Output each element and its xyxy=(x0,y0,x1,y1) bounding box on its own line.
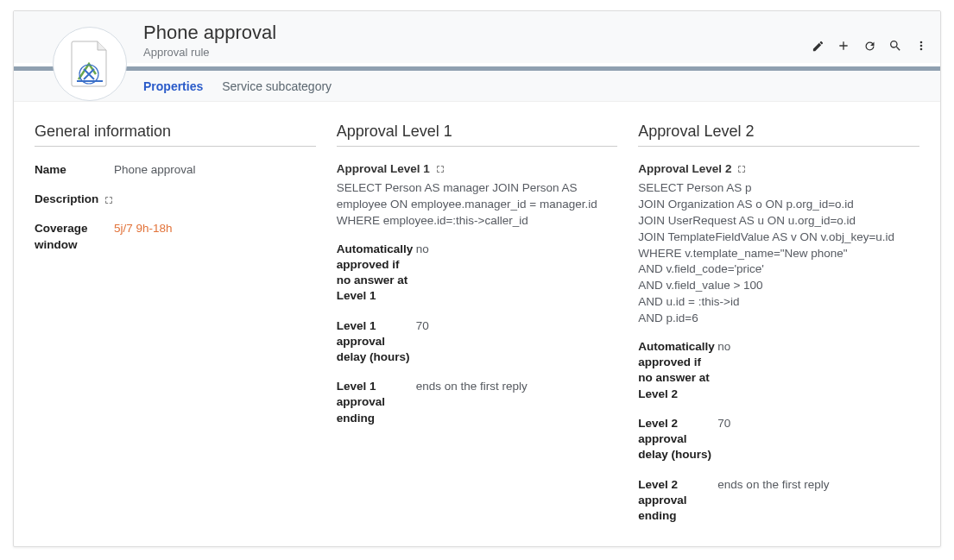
field-level1-delay: Level 1 approval delay (hours) 70 xyxy=(337,318,618,366)
level1-query: SELECT Person AS manager JOIN Person AS … xyxy=(337,180,618,230)
object-icon-avatar xyxy=(53,27,127,101)
label-level2-ending: Level 2 approval ending xyxy=(638,477,717,525)
label-level1-auto: Automatically approved if no answer at L… xyxy=(337,242,416,305)
value-level1-ending: ends on the first reply xyxy=(416,379,618,394)
label-coverage: Coverage window xyxy=(35,221,114,252)
edit-button[interactable] xyxy=(811,39,824,53)
field-level2-auto: Automatically approved if no answer at L… xyxy=(638,339,919,402)
page-title: Phone approval xyxy=(143,22,923,44)
toolbar xyxy=(811,39,928,53)
value-level1-auto: no xyxy=(416,242,618,257)
section-heading-level1: Approval Level 1 xyxy=(337,123,618,147)
section-heading-level2: Approval Level 2 xyxy=(638,123,919,147)
search-icon xyxy=(888,39,902,53)
content-area: General information Name Phone approval … xyxy=(14,102,940,547)
document-icon xyxy=(70,40,110,88)
label-description: Description xyxy=(35,192,114,207)
field-level1-ending: Level 1 approval ending ends on the firs… xyxy=(337,379,618,426)
value-level2-auto: no xyxy=(717,339,919,355)
expand-icon[interactable] xyxy=(436,165,445,173)
field-name: Name Phone approval xyxy=(35,162,316,178)
refresh-icon xyxy=(863,40,876,53)
field-level2-delay: Level 2 approval delay (hours) 70 xyxy=(638,416,919,463)
value-level2-delay: 70 xyxy=(717,416,919,431)
tab-properties[interactable]: Properties xyxy=(143,72,203,100)
search-button[interactable] xyxy=(888,39,902,53)
tabs: Properties Service subcategory xyxy=(14,71,940,102)
label-name: Name xyxy=(35,162,114,178)
level1-section: Approval Level 1 Approval Level 1 SELECT… xyxy=(337,123,618,538)
value-name: Phone approval xyxy=(114,162,316,178)
more-vert-icon xyxy=(914,39,928,53)
value-level2-ending: ends on the first reply xyxy=(717,477,919,493)
level2-query-label: Approval Level 2 xyxy=(638,162,919,175)
header: Phone approval Approval rule xyxy=(14,11,940,63)
value-coverage[interactable]: 5j/7 9h-18h xyxy=(114,221,316,236)
label-level1-delay: Level 1 approval delay (hours) xyxy=(337,318,416,366)
add-button[interactable] xyxy=(837,39,850,53)
refresh-button[interactable] xyxy=(862,39,876,53)
field-level1-auto: Automatically approved if no answer at L… xyxy=(337,242,618,305)
label-level1-ending: Level 1 approval ending xyxy=(337,379,416,426)
page-subtitle: Approval rule xyxy=(143,46,923,59)
field-description: Description xyxy=(35,192,316,207)
plus-icon xyxy=(837,39,850,53)
expand-icon[interactable] xyxy=(104,196,113,204)
details-panel: Phone approval Approval rule xyxy=(13,10,941,547)
expand-icon[interactable] xyxy=(737,165,746,173)
section-heading-general: General information xyxy=(35,123,316,147)
label-level2-auto: Automatically approved if no answer at L… xyxy=(638,339,717,402)
field-coverage: Coverage window 5j/7 9h-18h xyxy=(35,221,316,252)
level1-query-label: Approval Level 1 xyxy=(337,162,618,175)
field-level2-ending: Level 2 approval ending ends on the firs… xyxy=(638,477,919,525)
level2-query: SELECT Person AS pJOIN Organization AS o… xyxy=(638,180,919,327)
more-button[interactable] xyxy=(914,39,928,53)
tab-service-subcategory[interactable]: Service subcategory xyxy=(222,72,332,100)
value-level1-delay: 70 xyxy=(416,318,618,334)
pencil-icon xyxy=(812,40,824,53)
general-info-section: General information Name Phone approval … xyxy=(35,123,316,538)
label-level2-delay: Level 2 approval delay (hours) xyxy=(638,416,717,463)
level2-section: Approval Level 2 Approval Level 2 SELECT… xyxy=(638,123,919,538)
